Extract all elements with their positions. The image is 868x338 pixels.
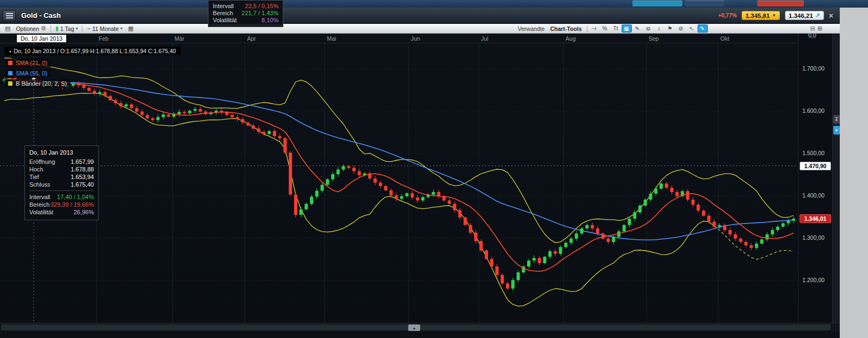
legend-swatch: [8, 71, 12, 75]
instrument-title: Gold - Cash: [21, 11, 61, 20]
legend-label: B Bänder (20, 2, S): [16, 80, 67, 87]
minimize-icon[interactable]: ⊟: [810, 25, 815, 32]
measure-tool-icon[interactable]: ↕: [654, 24, 664, 33]
legend-label: SMA (21, 0): [16, 60, 47, 66]
legend-item[interactable]: SMA (21, 0): [4, 59, 51, 67]
chart-canvas-area: FebMärAprMaiJunJulAugSepOkt 0,0 1.700,00…: [0, 34, 840, 323]
candle-icon: ▮: [55, 25, 59, 32]
y-axis-tick: 1.400,00: [802, 192, 825, 199]
tooltip-row-label: Intervall: [213, 3, 234, 9]
y-axis-tick: 1.200,00: [802, 277, 825, 283]
chart-window: Gold - Cash +0,77% 1.345,81▼ 1.346,21↗ ×…: [0, 8, 840, 338]
annotate-tool-icon[interactable]: ✎: [698, 24, 708, 33]
scroll-to-latest-icon[interactable]: ↧: [833, 115, 840, 124]
price-axis[interactable]: 0,0 1.700,001.600,001.500,001.400,001.30…: [798, 34, 832, 323]
buy-arrow-icon: ↗: [815, 12, 820, 19]
month-label: Jun: [411, 35, 420, 42]
tooltip-row-label: Volatilität: [29, 209, 53, 215]
tooltip-row: Intervall23,5 / 0,15%: [213, 3, 278, 9]
teal-button[interactable]: [632, 1, 682, 7]
expand-panel-icon[interactable]: ▴: [408, 324, 420, 331]
percent-tool-icon[interactable]: %: [600, 24, 610, 33]
chevron-down-icon: ▾: [75, 26, 78, 31]
month-label: Okt: [720, 35, 729, 42]
y-axis-tick: 1.600,00: [802, 107, 825, 114]
pointer-tool-icon[interactable]: ↖: [687, 24, 697, 33]
price-chart[interactable]: [0, 43, 798, 323]
interval-tool-icon[interactable]: ⊣: [589, 24, 599, 33]
chart-menu-icon: ▤: [5, 25, 10, 32]
crosshair-price-marker: 1.470,90: [800, 162, 831, 170]
tooltip-row: Bereich329,39 / 19,66%: [29, 201, 94, 208]
crosshair-date-label: Do, 10 Jan 2013: [16, 34, 67, 43]
range-dropdown[interactable]: ~ 11 Monate ▾: [84, 25, 125, 33]
tooltip-row: Bereich221,7 / 1,43%: [213, 10, 278, 16]
period-dropdown[interactable]: ▮ 1 Tag ▾: [53, 24, 81, 33]
options-button[interactable]: Optionen⚙: [13, 24, 49, 33]
menu-icon[interactable]: [3, 10, 16, 21]
legend-item[interactable]: SMA (55, 0): [4, 69, 51, 78]
tooltip-row: Schluss1.675,40: [29, 181, 94, 188]
calendar-button[interactable]: ▦: [125, 24, 136, 33]
text-tool-icon[interactable]: Tt: [611, 24, 621, 33]
tooltip-row-label: Intervall: [29, 194, 50, 200]
close-icon[interactable]: ×: [829, 11, 833, 20]
tooltip-row: Eröffnung1.657,99: [29, 158, 94, 165]
scroll-down-icon[interactable]: ▾: [833, 126, 840, 135]
vertical-scrollbar[interactable]: ↧ ▾: [832, 34, 840, 323]
candle-tooltip: Do, 10 Jan 2013 Eröffnung1.657,99Hoch1.6…: [24, 145, 99, 220]
hover-tooltip-top: Intervall23,5 / 0,15%Bereich221,7 / 1,43…: [208, 0, 283, 27]
month-label: Aug: [566, 35, 576, 42]
tooltip-row-value: 1.657,99: [71, 158, 94, 165]
chevron-down-icon: ▾: [121, 26, 123, 31]
maximize-icon[interactable]: ⊞: [818, 25, 822, 32]
gear-icon: ⚙: [41, 25, 46, 32]
tooltip-row: Intervall17,40 / 1,04%: [29, 194, 94, 200]
tooltip-row-value: 1.675,40: [71, 181, 94, 188]
month-label: Jul: [481, 35, 488, 42]
month-label: Feb: [99, 35, 109, 42]
time-axis[interactable]: FebMärAprMaiJunJulAugSepOkt: [0, 34, 798, 43]
tooltip-row: Hoch1.678,88: [29, 166, 94, 173]
chart-menu-button[interactable]: ▤: [2, 24, 13, 33]
tooltip-row-label: Tief: [29, 174, 39, 180]
chart-toolbar: ▤ Optionen⚙ ▮ 1 Tag ▾ ~ 11 Monate ▾ ▦ Ve…: [0, 24, 840, 34]
tooltip-row-label: Schluss: [29, 181, 50, 188]
last-price-marker: 1.346,01: [800, 214, 831, 223]
chart-tools-label: Chart-Tools: [550, 25, 581, 32]
tooltip-row-value: 8,10%: [262, 17, 278, 23]
calendar-icon: ▦: [128, 25, 134, 32]
legend-swatch: [8, 61, 12, 65]
navy-button[interactable]: [685, 1, 724, 7]
tooltip-row-value: 221,7 / 1,43%: [242, 10, 278, 16]
price-axis-partial-label: 0,0: [808, 34, 816, 39]
legend-label: SMA (55, 0): [16, 70, 47, 76]
related-button[interactable]: Verwandte: [518, 25, 545, 32]
eraser-tool-icon[interactable]: ⊘: [676, 24, 686, 33]
horizontal-scrollbar[interactable]: ▴: [0, 323, 840, 331]
trading-workspace: Intervall23,5 / 0,15%Bereich221,7 / 1,43…: [0, 0, 868, 338]
tooltip-row: Volatilität26,96%: [29, 209, 94, 215]
month-label: Mär: [175, 35, 185, 42]
change-percent: +0,77%: [718, 12, 737, 18]
tooltip-row-value: 17,40 / 1,04%: [57, 194, 94, 200]
tooltip-row-label: Hoch: [29, 166, 43, 173]
y-axis-tick: 1.300,00: [802, 234, 825, 241]
month-label: Mai: [327, 35, 336, 42]
buy-price-button[interactable]: 1.346,21↗: [785, 11, 824, 20]
overlay-tool-icon[interactable]: ⧉: [643, 24, 654, 33]
global-top-bar: [0, 0, 868, 8]
tooltip-row: Tief1.653,94: [29, 174, 94, 180]
draw-tool-icon[interactable]: ✎: [632, 24, 643, 33]
legend-item[interactable]: B Bänder (20, 2, S): [4, 79, 71, 88]
legend-swatch: [8, 81, 12, 86]
tooltip-row-value: 26,96%: [74, 209, 94, 215]
y-axis-tick: 1.500,00: [802, 150, 825, 156]
window-footer: [0, 331, 840, 338]
grid-tool-icon[interactable]: ▦: [622, 24, 632, 33]
sell-price-button[interactable]: 1.345,81▼: [742, 11, 780, 20]
flag-tool-icon[interactable]: ⚑: [665, 24, 675, 33]
red-button[interactable]: [757, 1, 804, 7]
sell-arrow-icon: ▼: [772, 13, 776, 18]
tooltip-row-label: Bereich: [213, 10, 233, 16]
